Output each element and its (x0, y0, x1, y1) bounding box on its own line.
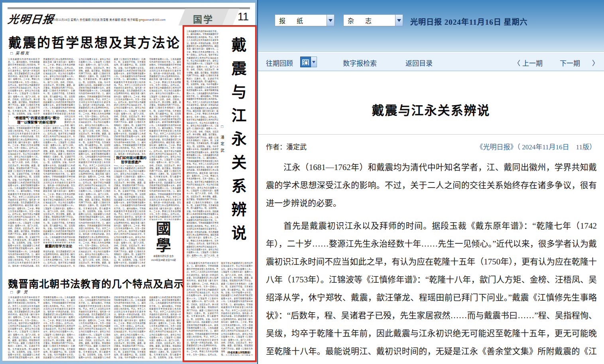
section-badge: 国学 11 (179, 9, 250, 25)
stamp-caption-2: 2024年第38期 总第703期 (145, 258, 182, 262)
newspaper-scan-panel: 光明日报 2024年11月16日 星期六 责任编辑:刘剑波,陈雪雁 美术编辑:杨… (0, 0, 258, 364)
article-body: 江永（1681—1762年）和戴震均为清代中叶知名学者，江、戴同出徽州，学界共知… (266, 159, 597, 364)
magazine-select-value: 杂 志 (344, 16, 395, 25)
article-author: 作者：潘定武 (266, 141, 307, 151)
article-source: 《光明日报》（ 2024年11月16日 11版） (476, 141, 596, 151)
guoxue-stamp: 國 學 本报教育研究部 主办 2024年第38期 总第703期 (145, 220, 182, 269)
next-issue-arrow-icon[interactable]: 〉 (592, 58, 599, 68)
newspaper-select-value: 报 纸 (275, 16, 327, 25)
masthead-info: 2024年11月16日 星期六 责任编辑:刘剑波,陈雪雁 美术编辑:杨震 电子邮… (49, 18, 165, 22)
reader-toolbar: 往期回顾 数字报检索 返回目录 〈 上一期 下一期 〉 (258, 52, 604, 71)
newsprint-columns-bottom: 江永和戴震均为清代中叶知名学者，江、戴同出徽州，学界共知戴震的学术思想深受江永的… (8, 296, 181, 361)
newspaper-page: 光明日报 2024年11月16日 星期六 责任编辑:刘剑波,陈雪雁 美术编辑:杨… (2, 2, 256, 361)
bottom-article-headline[interactable]: 魏晋南北朝书法教育的几个特点及启示 (8, 276, 182, 290)
reader-header: 报 纸 杂 志 光明日报 2024年11月16日 星期六 (258, 0, 604, 52)
main-article-author: □ 吴根友 (10, 50, 30, 56)
article-paragraph: 首先是戴震初识江永以及拜师的时间。据段玉裁《戴东原年谱》：“乾隆七年（1742年… (266, 217, 597, 364)
boxed-article-text: 江永和戴震均为清代中叶知名学者，江、戴同出徽州，学界共知戴震的学术思想深受江永的… (187, 262, 253, 358)
stamp-char-1: 國 (145, 220, 182, 237)
stamp-char-2: 學 (145, 237, 182, 254)
prev-issue-arrow-icon[interactable]: 〈 (513, 58, 520, 68)
newspaper-logo: 光明日报 (7, 11, 55, 26)
boxed-article-vertical-author: □ 潘定武 (219, 125, 225, 155)
back-to-toc-link[interactable]: 返回目录 (405, 58, 433, 68)
subheading-ethics: “根据理气”的道论思想与“察分理”“以情絜情”的新伦理学 (9, 115, 65, 125)
page-number: 11 (238, 11, 249, 23)
stamp-caption-1: 本报教育研究部 主办 (145, 254, 182, 258)
chevron-down-icon[interactable] (395, 15, 403, 26)
article-meta-row: 作者：潘定武 《光明日报》（ 2024年11月16日 11版） (266, 141, 596, 151)
boxed-article-vertical-title: 戴震与江永关系辨说 (227, 37, 249, 260)
highlighted-article-region[interactable]: 江永和戴震均为清代中叶知名学者，江、戴同出徽州，学界共知戴震的学术思想深受江永的… (183, 25, 257, 362)
newspaper-select[interactable]: 报 纸 (275, 14, 334, 26)
prev-issue-link[interactable]: 上一期 (522, 58, 543, 68)
next-issue-link[interactable]: 下一期 (560, 58, 580, 68)
subheading-legacy: 我们如何面对戴震的哲学思想遗产 (115, 155, 148, 165)
digital-search-link[interactable]: 数字报检索 (343, 58, 377, 68)
calendar-icon[interactable] (300, 57, 311, 67)
boxed-article-footnote: （作者系黄山学院教授） (225, 350, 253, 354)
magazine-select[interactable]: 杂 志 (343, 14, 403, 26)
article-reader-panel: 报 纸 杂 志 光明日报 2024年11月16日 星期六 往期回顾 数字报检索 … (258, 0, 604, 364)
article-title: 戴震与江永关系辨说 (258, 100, 604, 118)
section-name: 国学 (193, 12, 214, 25)
subheading-methodology: 戴震的哲学方法论 (41, 243, 76, 249)
chevron-down-icon[interactable] (327, 15, 334, 26)
boxed-article-text: 江永和戴震均为清代中叶知名学者，江、戴同出徽州，学界共知戴震的学术思想深受江永的… (187, 30, 218, 258)
main-article-headline[interactable]: 戴震的哲学思想及其方法论 (8, 32, 181, 51)
past-issues-link[interactable]: 往期回顾 (266, 58, 293, 68)
bottom-article-author: □ 李 炅 (10, 289, 29, 295)
issue-date-label: 光明日报 2024年11月16日 星期六 (410, 16, 527, 27)
title-divider (258, 134, 604, 135)
calendar-picker[interactable] (300, 57, 317, 67)
calendar-dropdown-icon[interactable] (311, 57, 317, 67)
article-paragraph: 江永（1681—1762年）和戴震均为清代中叶知名学者，江、戴同出徽州，学界共知… (266, 159, 597, 212)
